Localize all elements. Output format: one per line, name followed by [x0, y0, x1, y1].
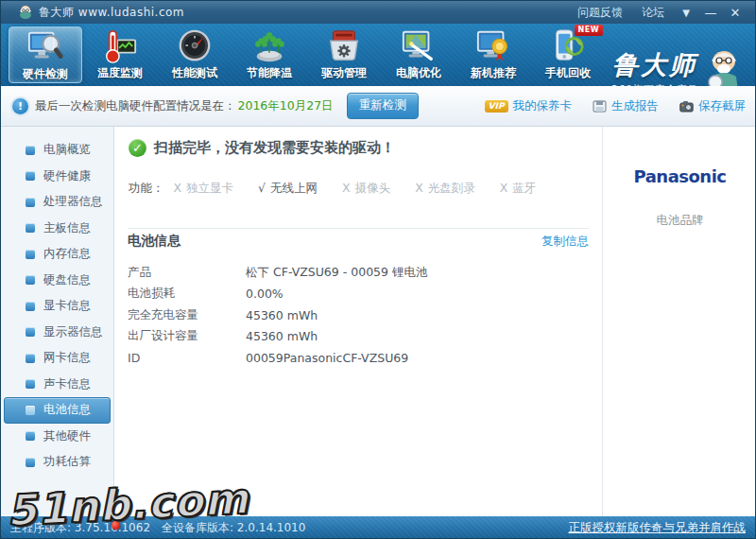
sidebar-item-disk-info[interactable]: 硬盘信息	[4, 268, 111, 294]
sidebar-item-label: 显卡信息	[43, 298, 91, 314]
vip-card-link[interactable]: VIP 我的保养卡	[485, 98, 572, 114]
camera-icon	[679, 100, 694, 113]
feature-label: 蓝牙	[512, 181, 536, 195]
version-info: 主程序版本: 3.75.16.1062 全设备库版本: 2.0.14.1010	[10, 520, 305, 536]
bullet-square-icon	[26, 223, 35, 233]
tab-label: 新机推荐	[471, 65, 516, 81]
check-circle-icon: ✓	[129, 139, 146, 157]
tab-new-pc-recommend[interactable]: 新机推荐	[456, 26, 530, 83]
features-row: 功能： X独立显卡 √无线上网 X摄像头 X光盘刻录 X蓝牙	[129, 181, 560, 197]
battery-section-header: 电池信息 复制信息	[128, 233, 589, 250]
sidebar-item-hardware-health[interactable]: 硬件健康	[4, 164, 111, 190]
version-text: 主程序版本: 3.75.16.1062 全设备库版本: 2.0.14.1010	[10, 521, 305, 534]
optimize-wand-icon	[401, 28, 437, 64]
feedback-link[interactable]: 问题反馈	[577, 5, 623, 21]
bullet-square-icon	[26, 275, 35, 285]
benchmark-gauge-icon	[177, 28, 213, 64]
feature-mark: X	[174, 181, 182, 195]
sidebar-item-audio-info[interactable]: 声卡信息	[4, 372, 111, 398]
sidebar-item-memory-info[interactable]: 内存信息	[4, 241, 111, 268]
minimize-button[interactable]: —	[698, 6, 723, 20]
sidebar-item-label: 内存信息	[43, 246, 91, 262]
bullet-square-icon	[26, 302, 35, 311]
vip-card-label: 我的保养卡	[513, 98, 573, 114]
feature-label: 光盘刻录	[428, 181, 475, 195]
new-badge: NEW	[575, 25, 603, 36]
feature-mark: X	[500, 181, 508, 195]
feature-wireless: √无线上网	[258, 181, 318, 197]
bullet-square-icon	[26, 198, 35, 207]
feature-webcam: X摄像头	[342, 181, 390, 197]
sidebar-item-gpu-info[interactable]: 显卡信息	[4, 293, 111, 320]
bullet-square-icon	[26, 458, 35, 467]
bullet-square-icon	[26, 406, 35, 415]
scan-result-text: 扫描完毕，没有发现需要安装的驱动！	[154, 139, 395, 157]
app-logo-icon	[18, 5, 33, 20]
feature-label: 无线上网	[270, 181, 318, 195]
row-value: 0.00%	[246, 287, 284, 301]
sidebar-item-motherboard-info[interactable]: 主板信息	[4, 216, 111, 242]
copy-info-link[interactable]: 复制信息	[541, 234, 589, 250]
sidebar-item-network-info[interactable]: 网卡信息	[4, 345, 111, 372]
forum-link[interactable]: 论坛	[642, 5, 664, 21]
battery-section-title: 电池信息	[128, 233, 180, 250]
bullet-square-icon	[26, 250, 35, 259]
generate-report-label: 生成报告	[611, 98, 659, 114]
feature-label: 独立显卡	[186, 181, 233, 195]
sidebar-item-label: 主板信息	[43, 220, 91, 236]
skin-menu-icon[interactable]: ▼	[674, 8, 698, 18]
row-label: ID	[128, 351, 246, 365]
bullet-square-icon	[26, 379, 35, 389]
info-icon: !	[12, 98, 28, 114]
tab-temperature[interactable]: 温度监测	[83, 26, 157, 83]
row-value: 45360 mWh	[246, 308, 318, 322]
row-label: 完全充电容量	[128, 307, 246, 323]
tab-phone-recycle[interactable]: NEW 手机回收	[531, 26, 605, 83]
table-row-product: 产品 松下 CF-VZSU69 - 00059 锂电池	[128, 262, 589, 284]
sidebar-item-monitor-info[interactable]: 显示器信息	[4, 320, 111, 346]
row-value: 00059PanasonicCF-VZSU69	[246, 351, 408, 365]
scan-result-row: ✓ 扫描完毕，没有发现需要安装的驱动！	[129, 139, 395, 157]
bullet-square-icon	[26, 354, 35, 363]
tab-pc-optimize[interactable]: 电脑优化	[382, 26, 455, 83]
sidebar-item-label: 处理器信息	[43, 194, 103, 210]
sidebar-item-pc-overview[interactable]: 电脑概览	[4, 137, 111, 164]
vip-badge: VIP	[485, 100, 508, 113]
sidebar-item-battery-info[interactable]: 电池信息	[4, 397, 111, 424]
table-row-design-capacity: 出厂设计容量 45360 mWh	[128, 326, 589, 348]
tab-hardware-detect[interactable]: 硬件检测	[9, 26, 82, 83]
promo-link[interactable]: 正版授权新版传奇与兄弟并肩作战	[569, 520, 747, 536]
feature-mark: X	[342, 181, 351, 195]
tab-power-saving[interactable]: 节能降温	[232, 26, 306, 83]
features-label: 功能：	[129, 181, 164, 197]
driver-toolbox-icon	[326, 28, 362, 64]
close-button[interactable]: ✕	[723, 6, 747, 20]
rescan-button[interactable]: 重新检测	[347, 93, 419, 119]
feature-optical-drive: X光盘刻录	[415, 181, 475, 197]
main-toolbar: 硬件检测 温度监测 性能测试	[1, 24, 755, 86]
bullet-square-icon	[26, 431, 35, 441]
save-screenshot-label: 保存截屏	[698, 98, 746, 114]
report-disk-icon	[593, 100, 607, 113]
brand-logo-text: 鲁大师	[611, 48, 698, 82]
sidebar-item-label: 电池信息	[43, 402, 91, 418]
sidebar-item-power-estimate[interactable]: 功耗估算	[4, 449, 111, 476]
sidebar-item-other-hardware[interactable]: 其他硬件	[4, 424, 111, 450]
infobar: ! 最后一次检测电脑硬件配置情况是在： 2016年10月27日 重新检测 VIP…	[1, 86, 755, 127]
table-row-full-charge-capacity: 完全充电容量 45360 mWh	[128, 304, 589, 326]
recommend-medal-icon	[475, 28, 511, 64]
sidebar-item-cpu-info[interactable]: 处理器信息	[4, 189, 111, 216]
table-row-id: ID 00059PanasonicCF-VZSU69	[128, 347, 589, 369]
tab-label: 手机回收	[545, 65, 591, 81]
bullet-square-icon	[26, 327, 35, 337]
tab-label: 电脑优化	[396, 65, 441, 81]
tab-driver-manage[interactable]: 驱动管理	[307, 26, 381, 83]
bullet-square-icon	[26, 146, 35, 155]
save-screenshot-link[interactable]: 保存截屏	[679, 98, 746, 114]
table-row-wear-level: 电池损耗 0.00%	[128, 284, 589, 305]
tab-benchmark[interactable]: 性能测试	[158, 26, 232, 83]
row-value: 松下 CF-VZSU69 - 00059 锂电池	[246, 265, 427, 281]
tab-label: 硬件检测	[23, 66, 68, 82]
tab-label: 性能测试	[172, 65, 217, 81]
generate-report-link[interactable]: 生成报告	[593, 98, 659, 114]
